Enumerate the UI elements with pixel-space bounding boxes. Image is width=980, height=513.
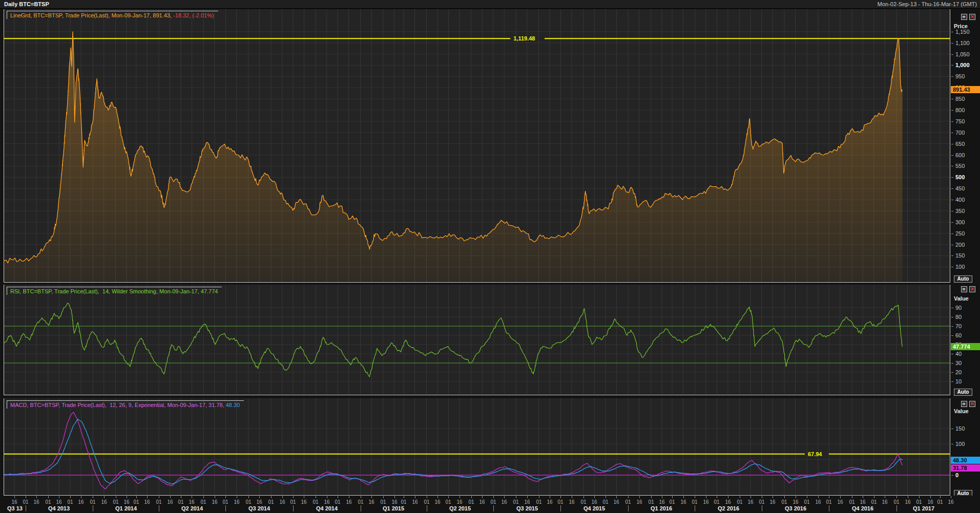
x-minor-tick-label: 16 (368, 499, 374, 505)
tick-mark (951, 381, 953, 382)
x-minor-tick-label: 01 (893, 499, 899, 505)
panel-legend: LineGrd, BTC=BTSP, Trade Price(Last), Mo… (7, 11, 218, 19)
x-tick-mark (896, 496, 897, 498)
quarter-separator (225, 505, 226, 511)
x-minor-tick-label: 01 (245, 499, 251, 505)
tick-text: 300 (955, 219, 965, 225)
tick-mark (951, 335, 953, 336)
x-tick-mark (427, 496, 427, 498)
legend-text: RSI, BTC=BTSP, Trade Price(Last), 14, Wi… (10, 288, 218, 294)
x-minor-tick-label: 01 (113, 499, 118, 505)
x-tick-mark (371, 496, 372, 498)
x-tick-mark (349, 496, 349, 498)
restore-icon-glyph (963, 403, 965, 405)
x-tick-mark (304, 496, 304, 498)
quarter-separator (361, 505, 361, 511)
x-tick-mark (750, 496, 751, 498)
x-tick-mark (616, 496, 617, 498)
y-tick-label: 650 (951, 141, 980, 147)
x-minor-tick-label: 16 (703, 499, 708, 505)
x-tick-mark (594, 496, 595, 498)
close-icon[interactable]: ✕ (969, 14, 975, 20)
x-minor-tick-label: 16 (324, 499, 329, 505)
macd-plot-area[interactable]: 67.94 (4, 398, 950, 496)
x-tick-mark (225, 496, 226, 498)
x-tick-mark (829, 496, 829, 498)
x-minor-tick-label: 16 (725, 499, 731, 505)
x-tick-mark (471, 496, 472, 498)
x-minor-tick-label: 16 (948, 499, 953, 505)
price-plot-area[interactable]: 1,119.48 (4, 9, 950, 283)
quarter-label: Q4 2016 (852, 505, 873, 511)
y-tick-label: 750 (951, 118, 980, 124)
x-tick-mark (482, 496, 483, 498)
tick-mark (951, 372, 953, 373)
tick-mark (951, 144, 953, 144)
rsi-plot-area[interactable] (4, 285, 950, 395)
x-minor-tick-label: 01 (445, 499, 451, 505)
x-minor-tick-label: 16 (391, 499, 397, 505)
x-minor-tick-label: 01 (737, 499, 742, 505)
panel-legend: RSI, BTC=BTSP, Trade Price(Last), 14, Wi… (7, 287, 222, 295)
tick-mark (951, 233, 953, 234)
y-tick-label: 600 (951, 152, 980, 158)
ath-line-label: 1,119.48 (513, 35, 535, 41)
x-tick-mark (818, 496, 819, 498)
restore-icon[interactable] (961, 286, 967, 292)
tick-mark (951, 317, 953, 317)
y-tick-label: 550 (951, 163, 980, 169)
quarter-label: Q1 2015 (383, 505, 404, 511)
tick-text: 700 (955, 130, 965, 136)
macd-panel: 67.94MACD, BTC=BTSP, Trade Price(Last), … (0, 398, 980, 496)
auto-scale-button[interactable]: Auto (954, 275, 972, 283)
y-tick-label: 1,000 (951, 62, 980, 68)
tick-text: 60 (955, 332, 962, 338)
close-icon[interactable]: ✕ (969, 286, 975, 292)
tick-text: 550 (955, 163, 965, 169)
y-tick-label: 1,050 (951, 51, 980, 57)
x-tick-mark (259, 496, 260, 498)
quarter-label: Q1 2014 (115, 505, 137, 511)
quarter-label: Q4 2015 (583, 505, 605, 511)
x-tick-mark (237, 496, 237, 498)
tick-text: 40 (955, 351, 962, 357)
tick-mark (951, 99, 953, 99)
y-tick-label: 150 (951, 425, 980, 432)
x-tick-mark (93, 496, 93, 498)
restore-icon[interactable] (961, 14, 967, 20)
x-tick-mark (606, 496, 606, 498)
tick-text: 100 (955, 264, 965, 270)
tick-mark (951, 65, 953, 66)
y-tick-label: 60 (951, 332, 980, 338)
x-tick-mark (448, 496, 449, 498)
x-minor-tick-label: 01 (23, 499, 28, 505)
x-minor-tick-label: 01 (648, 499, 654, 505)
tick-text: 350 (955, 208, 965, 214)
x-minor-tick-label: 16 (636, 499, 642, 505)
x-tick-mark (383, 496, 384, 498)
close-icon[interactable]: ✕ (969, 401, 975, 407)
macd-signal-badge: 48.30 (951, 457, 980, 464)
tick-mark (951, 177, 953, 178)
x-minor-tick-label: 01 (156, 499, 161, 505)
tick-mark (951, 363, 953, 364)
x-minor-tick-label: 01 (714, 499, 719, 505)
rsi-panel: RSI, BTC=BTSP, Trade Price(Last), 14, Wi… (0, 285, 980, 395)
tick-mark (951, 475, 953, 476)
signal-line (4, 419, 903, 484)
y-axis-title: Value (954, 295, 969, 302)
tick-mark (951, 354, 953, 354)
x-tick-mark (672, 496, 673, 498)
quarter-label: Q2 2014 (181, 505, 203, 511)
x-tick-mark (572, 496, 572, 498)
tick-mark (951, 326, 953, 327)
auto-scale-button[interactable]: Auto (954, 389, 972, 396)
x-tick-mark (127, 496, 127, 498)
x-tick-mark (773, 496, 773, 498)
restore-icon[interactable] (961, 401, 967, 407)
y-tick-label: 850 (951, 96, 980, 102)
x-axis[interactable]: 1601160116011601160116011601160116011601… (0, 496, 980, 513)
x-minor-tick-label: 01 (268, 499, 274, 505)
quarter-label: Q4 2014 (316, 505, 338, 511)
x-tick-mark (717, 496, 717, 498)
